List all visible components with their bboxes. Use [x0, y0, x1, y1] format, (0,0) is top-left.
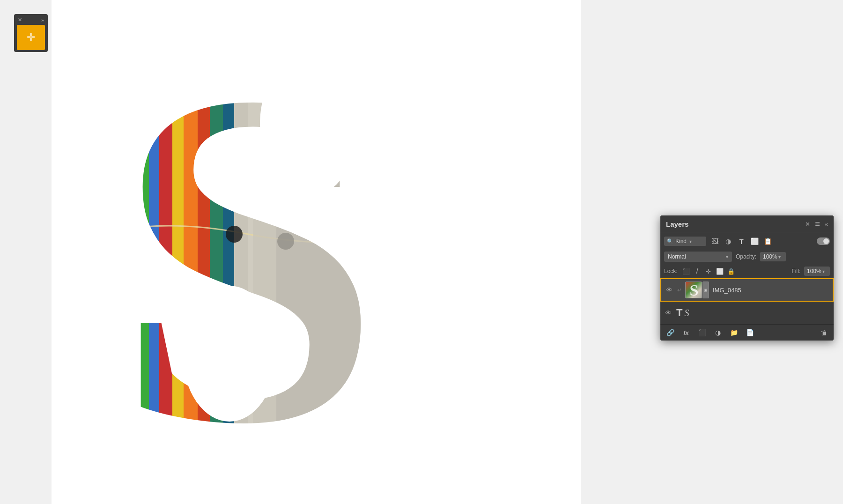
layer-row-img[interactable]: 👁 ↵ S ▣ IMG_0485 [660, 278, 834, 302]
layers-filter-row: 🔍 Kind ▾ 🖼 ◑ T ⬜ 📋 [660, 233, 834, 249]
move-tool-icon: ✛ [27, 31, 35, 44]
layers-panel-title: Layers [666, 220, 688, 228]
filter-smart-icon[interactable]: 📋 [762, 236, 773, 246]
link-layers-icon[interactable]: 🔗 [665, 327, 675, 338]
filter-shape-icon[interactable]: ⬜ [749, 236, 760, 246]
blend-mode-dropdown[interactable]: Normal ▾ [664, 252, 732, 262]
lock-row: Lock: ⬛ / ✛ ⬜ 🔒 Fill: 100% ▾ [660, 264, 834, 278]
svg-point-17 [226, 226, 243, 243]
text-layer-s-preview: S [684, 308, 689, 319]
kind-label: Kind [675, 238, 687, 245]
lock-position-icon[interactable]: ✛ [704, 267, 713, 276]
blend-mode-row: Normal ▾ Opacity: 100% ▾ [660, 249, 834, 264]
opacity-value: 100% [763, 253, 777, 260]
svg-rect-19 [84, 5, 178, 89]
layers-panel: Layers ✕ ≡ « 🔍 Kind ▾ 🖼 ◑ T ⬜ 📋 Normal ▾… [660, 215, 834, 341]
svg-rect-3 [97, 5, 110, 492]
layer-clip-arrow: ↵ [677, 287, 681, 293]
panel-header-icons: ✕ ≡ « [805, 219, 828, 229]
panel-menu-icon[interactable]: ≡ [815, 219, 820, 229]
layers-list: 👁 ↵ S ▣ IMG_0485 👁 T S [660, 278, 834, 324]
layers-panel-header: Layers ✕ ≡ « [660, 215, 834, 233]
filter-adjustment-icon[interactable]: ◑ [723, 236, 733, 246]
lock-artboard-icon[interactable]: ⬜ [715, 267, 725, 276]
kind-filter-dropdown[interactable]: 🔍 Kind ▾ [664, 237, 706, 246]
layers-bottom-toolbar: 🔗 fx ⬛ ◑ 📁 📄 🗑 [660, 324, 834, 341]
panel-collapse-icon[interactable]: « [825, 221, 828, 228]
fill-label: Fill: [791, 268, 800, 274]
lock-paint-icon[interactable]: / [693, 267, 702, 276]
add-mask-icon[interactable]: ⬛ [697, 327, 707, 338]
fill-value: 100% [807, 268, 821, 274]
svg-text:S: S [690, 282, 699, 298]
new-layer-icon[interactable]: 📄 [745, 327, 755, 338]
toolbox-expand-button[interactable]: » [41, 17, 44, 23]
opacity-label: Opacity: [736, 253, 756, 260]
filter-text-icon[interactable]: T [736, 236, 747, 246]
fill-chevron: ▾ [822, 269, 825, 274]
filter-pixel-icon[interactable]: 🖼 [710, 236, 720, 246]
svg-text:SURFE: SURFE [110, 222, 125, 267]
filter-icons: 🖼 ◑ T ⬜ 📋 [710, 236, 773, 246]
text-layer-t-icon: T [676, 307, 682, 319]
opacity-chevron: ▾ [778, 254, 781, 259]
layer-row-text[interactable]: 👁 T S [660, 302, 834, 324]
delete-layer-icon[interactable]: 🗑 [819, 327, 829, 338]
svg-point-24 [183, 286, 276, 422]
layer-visibility-img[interactable]: 👁 [665, 286, 673, 294]
toolbox: ✕ » ✛ [14, 14, 48, 52]
fill-value-container[interactable]: 100% ▾ [804, 267, 830, 276]
svg-point-23 [260, 52, 358, 197]
toolbox-top-bar: ✕ » [16, 16, 46, 24]
search-icon: 🔍 [667, 238, 673, 245]
add-adjustment-icon[interactable]: ◑ [713, 327, 723, 338]
kind-dropdown-chevron: ▾ [689, 239, 692, 244]
lock-label: Lock: [664, 268, 678, 274]
layer-name-img: IMG_0485 [713, 287, 829, 294]
lock-icons: ⬛ / ✛ ⬜ 🔒 [681, 267, 736, 276]
blend-mode-chevron: ▾ [726, 254, 728, 259]
lock-pixels-icon[interactable]: ⬛ [681, 267, 691, 276]
toolbox-close-button[interactable]: ✕ [18, 17, 22, 23]
opacity-value-container[interactable]: 100% ▾ [760, 252, 786, 261]
layer-fx-icon[interactable]: fx [681, 327, 691, 338]
move-tool-button[interactable]: ✛ [17, 25, 45, 50]
panel-close-icon[interactable]: ✕ [805, 221, 810, 228]
blend-mode-label: Normal [668, 253, 723, 260]
svg-rect-21 [253, 145, 412, 492]
svg-rect-20 [178, 5, 225, 98]
group-layers-icon[interactable]: 📁 [729, 327, 739, 338]
layer-text-icons: T S [676, 307, 689, 319]
svg-rect-2 [84, 5, 97, 492]
layer-visibility-text[interactable]: 👁 [664, 309, 673, 317]
layer-thumbnail-img: S ▣ [685, 282, 709, 298]
filter-toggle[interactable] [817, 237, 830, 245]
lock-all-icon[interactable]: 🔒 [726, 267, 736, 276]
s-clipping-mask: S [84, 5, 412, 501]
